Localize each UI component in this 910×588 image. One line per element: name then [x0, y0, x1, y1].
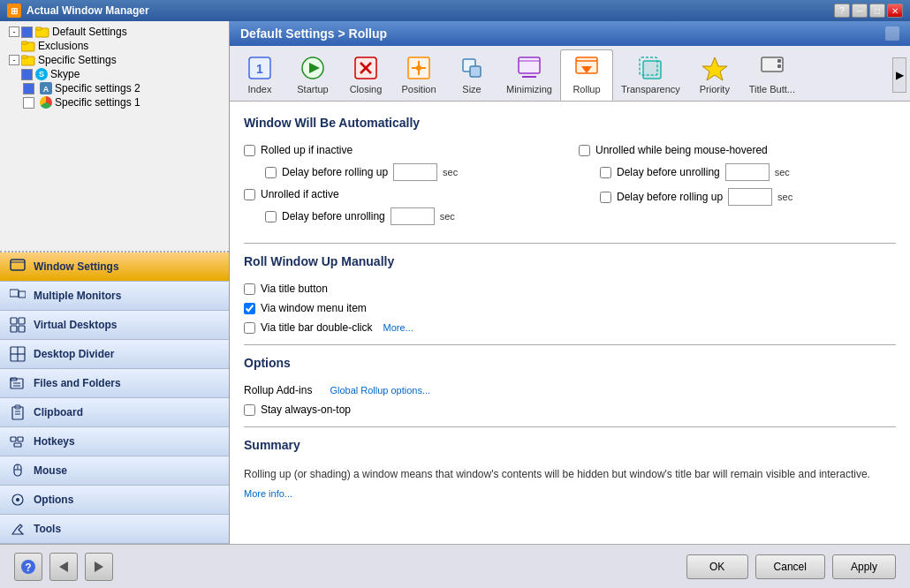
nav-label-options: Options	[34, 494, 73, 506]
delay-unrolling2-checkbox[interactable]	[265, 211, 277, 222]
expand-specific[interactable]: -	[9, 55, 19, 65]
unrolled-active-checkbox[interactable]	[244, 189, 255, 200]
delay-unrolling-right-indent: Delay before unrolling 0,5 sec Delay bef…	[600, 163, 896, 206]
tab-position[interactable]: Position	[392, 49, 445, 101]
content-area: Default Settings > Rollup 1 Index Startu…	[230, 21, 910, 544]
unrolled-mouse-checkbox[interactable]	[579, 145, 590, 156]
stay-always-ontop-checkbox[interactable]	[244, 404, 255, 416]
nav-item-multiple-monitors[interactable]: Multiple Monitors	[0, 282, 229, 311]
section1-title: Window Will Be Automatically	[244, 116, 896, 133]
svg-point-34	[16, 498, 19, 501]
files-folders-icon	[9, 374, 27, 392]
svg-text:1: 1	[256, 62, 263, 76]
tab-index-icon: 1	[246, 54, 274, 82]
tree-item-skype[interactable]: ✓ S Skype	[4, 67, 225, 81]
tab-priority[interactable]: Priority	[688, 49, 741, 101]
tab-startup-icon	[299, 54, 327, 82]
delay-unrolling-row: Delay before unrolling 0,5 sec	[600, 163, 896, 181]
apply-button[interactable]: Apply	[832, 554, 896, 579]
delay-unrolling-input[interactable]: 0,5	[725, 163, 770, 181]
via-window-menu-row: Via window menu item	[244, 302, 896, 314]
close-btn[interactable]: ✕	[887, 4, 903, 18]
svg-marker-63	[95, 562, 103, 572]
help-btn[interactable]: ?	[834, 4, 850, 18]
section3-title: Options	[244, 356, 896, 373]
delay-rolling-right-input[interactable]: 0,5	[728, 188, 772, 206]
rolled-up-inactive-checkbox[interactable]	[244, 145, 255, 156]
tab-transparency-label: Transparency	[621, 84, 680, 94]
minimize-btn[interactable]: ─	[852, 4, 868, 18]
nav-item-virtual-desktops[interactable]: Virtual Desktops	[0, 311, 229, 340]
forward-icon	[91, 559, 107, 575]
more-link[interactable]: More...	[383, 322, 413, 333]
svg-marker-56	[702, 57, 727, 80]
nav-item-mouse[interactable]: Mouse	[0, 456, 229, 486]
via-title-bar-label: Via title bar double-click	[261, 321, 373, 334]
nav-label-mouse: Mouse	[34, 464, 67, 477]
nav-item-desktop-divider[interactable]: Desktop Divider	[0, 340, 229, 369]
svg-text:A: A	[43, 85, 49, 94]
tab-priority-label: Priority	[700, 84, 730, 94]
summary-text: Rolling up (or shading) a window means t…	[244, 466, 896, 482]
via-title-bar-checkbox[interactable]	[244, 322, 255, 334]
toolbar-scroll-right[interactable]: ▶	[892, 57, 906, 93]
tab-size-icon	[458, 54, 486, 82]
svg-rect-12	[11, 318, 17, 324]
checkbox-default[interactable]: ✓	[21, 26, 33, 38]
tree-item-specific1[interactable]: Specific settings 1	[4, 95, 225, 109]
tree-label-specific1: Specific settings 1	[55, 96, 140, 109]
delay-rolling-input[interactable]: 1	[393, 163, 437, 181]
svg-rect-15	[19, 326, 25, 332]
svg-rect-13	[19, 318, 25, 324]
delay-rolling-checkbox[interactable]	[265, 167, 277, 178]
nav-label-tools: Tools	[34, 523, 61, 535]
nav-item-hotkeys[interactable]: Hotkeys	[0, 427, 229, 456]
delay-unrolling2-input[interactable]: 0,25	[391, 207, 435, 225]
tab-minimizing-label: Minimizing	[506, 84, 552, 94]
nav-item-tools[interactable]: Tools	[0, 515, 229, 544]
back-button[interactable]	[49, 553, 78, 581]
tree-item-specific[interactable]: - Specific Settings	[4, 53, 225, 67]
tab-minimizing[interactable]: Minimizing	[498, 49, 560, 101]
more-info-link[interactable]: More info...	[244, 488, 292, 499]
delay-unrolling2-row: Delay before unrolling 0,25 sec	[265, 207, 561, 225]
tree-item-default[interactable]: - ✓ Default Settings	[4, 25, 225, 39]
checkbox-specific2[interactable]: ✓	[23, 83, 34, 94]
tree-label-specific: Specific Settings	[38, 54, 117, 66]
col-right: Unrolled while being mouse-hovered Delay…	[579, 144, 896, 232]
tree-item-exclusions[interactable]: Exclusions	[4, 39, 225, 53]
delay-rolling-right-checkbox[interactable]	[600, 192, 611, 203]
tree-item-specific2[interactable]: ✓ A Specific settings 2	[4, 81, 225, 95]
sec-label-2: sec	[775, 167, 790, 177]
ok-button[interactable]: OK	[686, 554, 748, 579]
checkbox-specific1[interactable]	[23, 97, 34, 109]
expand-default[interactable]: -	[9, 26, 19, 37]
content-scroll[interactable]: Window Will Be Automatically Rolled up i…	[230, 102, 910, 544]
cancel-button[interactable]: Cancel	[755, 554, 825, 579]
tab-title-butt[interactable]: Title Butt...	[741, 49, 803, 101]
forward-button[interactable]	[85, 553, 113, 581]
svg-rect-58	[777, 59, 781, 63]
checkbox-skype[interactable]: ✓	[21, 69, 33, 80]
maximize-btn[interactable]: □	[869, 4, 885, 18]
delay-rolling-right-row: Delay before rolling up 0,5 sec	[600, 188, 896, 206]
via-title-bar-row: Via title bar double-click More...	[244, 321, 896, 334]
folder-icon-default	[35, 26, 49, 38]
tab-closing[interactable]: Closing	[339, 49, 392, 101]
delay-unrolling-checkbox[interactable]	[600, 167, 611, 178]
tab-rollup[interactable]: Rollup	[560, 49, 613, 101]
nav-item-files-folders[interactable]: Files and Folders	[0, 369, 229, 398]
tab-position-icon	[405, 54, 433, 82]
tab-size[interactable]: Size	[445, 49, 498, 101]
tab-index[interactable]: 1 Index	[233, 49, 286, 101]
tab-startup[interactable]: Startup	[286, 49, 339, 101]
nav-item-window-settings[interactable]: Window Settings	[0, 253, 229, 282]
tab-transparency[interactable]: Transparency	[613, 49, 688, 101]
via-window-menu-checkbox[interactable]	[244, 303, 255, 314]
nav-item-options[interactable]: Options	[0, 486, 229, 515]
via-title-button-checkbox[interactable]	[244, 283, 255, 295]
nav-item-clipboard[interactable]: Clipboard	[0, 398, 229, 427]
global-rollup-link[interactable]: Global Rollup options...	[330, 385, 430, 396]
svg-rect-11	[19, 291, 26, 298]
help-bottom-button[interactable]: ?	[14, 553, 42, 581]
